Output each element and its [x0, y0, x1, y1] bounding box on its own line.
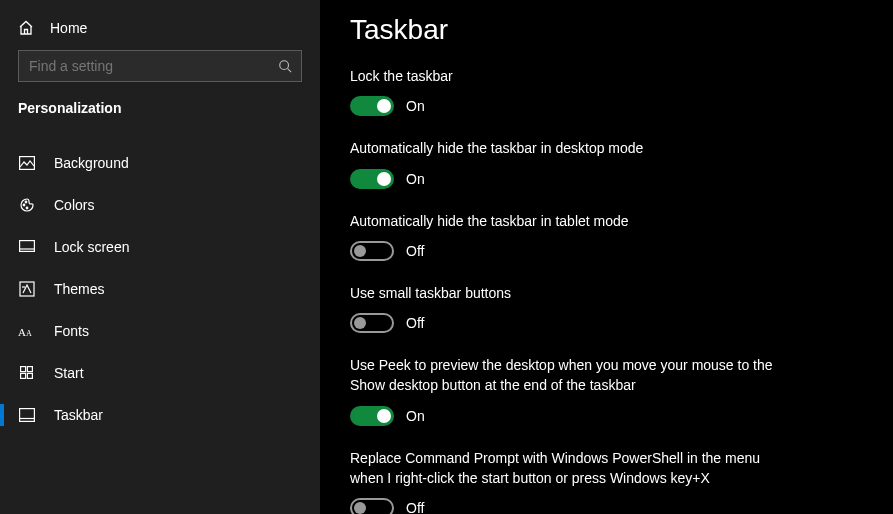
toggle-auto-hide-desktop[interactable] — [350, 169, 394, 189]
fonts-icon: A A — [18, 324, 36, 338]
setting-peek: Use Peek to preview the desktop when you… — [350, 355, 863, 426]
svg-rect-12 — [27, 373, 32, 378]
sidebar-item-label: Themes — [54, 281, 105, 297]
sidebar-item-colors[interactable]: Colors — [0, 184, 320, 226]
svg-point-0 — [280, 61, 289, 70]
toggle-state: On — [406, 171, 425, 187]
colors-icon — [18, 197, 36, 213]
home-button[interactable]: Home — [0, 10, 320, 50]
svg-point-4 — [26, 207, 28, 209]
sidebar-item-background[interactable]: Background — [0, 142, 320, 184]
setting-lock-taskbar: Lock the taskbar On — [350, 66, 863, 116]
setting-label: Lock the taskbar — [350, 66, 790, 86]
toggle-auto-hide-tablet[interactable] — [350, 241, 394, 261]
sidebar-item-label: Lock screen — [54, 239, 129, 255]
setting-powershell: Replace Command Prompt with Windows Powe… — [350, 448, 863, 514]
setting-label: Automatically hide the taskbar in deskto… — [350, 138, 790, 158]
svg-point-3 — [25, 201, 27, 203]
svg-point-2 — [23, 204, 25, 206]
sidebar-item-label: Taskbar — [54, 407, 103, 423]
search-icon — [278, 59, 292, 73]
setting-label: Automatically hide the taskbar in tablet… — [350, 211, 790, 231]
sidebar-item-start[interactable]: Start — [0, 352, 320, 394]
sidebar-item-fonts[interactable]: A A Fonts — [0, 310, 320, 352]
toggle-lock-taskbar[interactable] — [350, 96, 394, 116]
background-icon — [18, 156, 36, 170]
setting-label: Replace Command Prompt with Windows Powe… — [350, 448, 790, 489]
setting-auto-hide-desktop: Automatically hide the taskbar in deskto… — [350, 138, 863, 188]
search-container — [18, 50, 302, 82]
svg-rect-5 — [20, 241, 35, 252]
svg-rect-13 — [20, 409, 35, 422]
start-icon — [18, 366, 36, 380]
search-input[interactable] — [18, 50, 302, 82]
main-content: Taskbar Lock the taskbar On Automaticall… — [320, 0, 893, 514]
sidebar-item-label: Start — [54, 365, 84, 381]
setting-label: Use Peek to preview the desktop when you… — [350, 355, 790, 396]
sidebar: Home Personalization Background — [0, 0, 320, 514]
toggle-small-buttons[interactable] — [350, 313, 394, 333]
lock-screen-icon — [18, 240, 36, 254]
svg-text:A: A — [26, 329, 32, 338]
setting-label: Use small taskbar buttons — [350, 283, 790, 303]
toggle-state: Off — [406, 315, 424, 331]
home-label: Home — [50, 20, 87, 36]
toggle-state: On — [406, 408, 425, 424]
svg-text:A: A — [18, 326, 26, 338]
sidebar-item-label: Colors — [54, 197, 94, 213]
svg-rect-10 — [27, 367, 32, 372]
toggle-peek[interactable] — [350, 406, 394, 426]
home-icon — [18, 20, 34, 36]
sidebar-item-label: Fonts — [54, 323, 89, 339]
setting-auto-hide-tablet: Automatically hide the taskbar in tablet… — [350, 211, 863, 261]
nav-list: Background Colors Lock screen — [0, 142, 320, 436]
toggle-powershell[interactable] — [350, 498, 394, 514]
toggle-state: On — [406, 98, 425, 114]
sidebar-item-taskbar[interactable]: Taskbar — [0, 394, 320, 436]
sidebar-item-themes[interactable]: Themes — [0, 268, 320, 310]
toggle-state: Off — [406, 500, 424, 514]
toggle-state: Off — [406, 243, 424, 259]
page-title: Taskbar — [350, 14, 863, 46]
themes-icon — [18, 281, 36, 297]
sidebar-item-label: Background — [54, 155, 129, 171]
category-label: Personalization — [0, 100, 320, 128]
taskbar-icon — [18, 408, 36, 422]
svg-rect-11 — [21, 373, 26, 378]
setting-small-buttons: Use small taskbar buttons Off — [350, 283, 863, 333]
sidebar-item-lock-screen[interactable]: Lock screen — [0, 226, 320, 268]
svg-rect-9 — [21, 367, 26, 372]
